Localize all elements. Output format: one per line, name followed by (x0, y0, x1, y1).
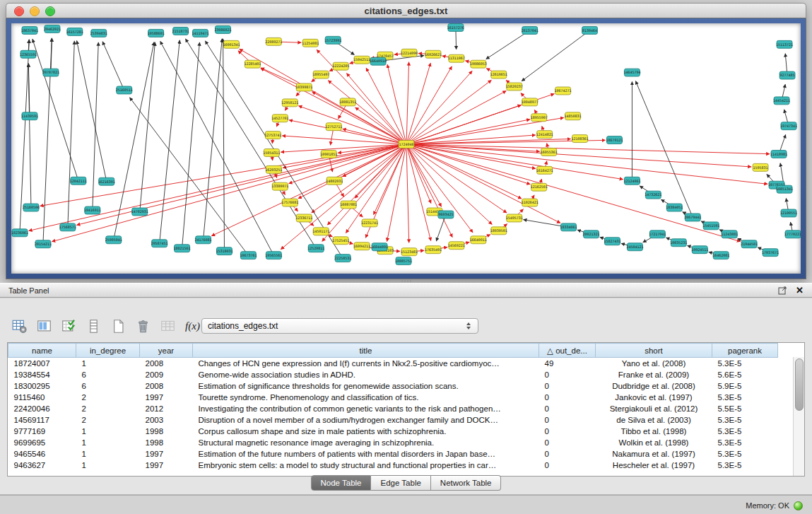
tab-edge-table[interactable]: Edge Table (371, 475, 430, 491)
graph-node[interactable]: 12752711 (325, 123, 342, 131)
graph-node[interactable]: 12414821 (536, 131, 553, 139)
graph-node[interactable]: 11311067 (448, 54, 465, 62)
graph-node[interactable]: 15820237 (506, 83, 523, 90)
graph-node[interactable]: 15495731 (506, 214, 523, 222)
graph-node[interactable]: 8130464 (582, 26, 598, 34)
graph-node[interactable]: 9277485 (779, 71, 795, 79)
graph-node[interactable]: 12108361 (572, 135, 589, 143)
table-select-dropdown[interactable]: citations_edges.txt (201, 318, 478, 334)
graph-node[interactable]: 20587451 (151, 240, 168, 247)
graph-node[interactable]: 25394831 (90, 29, 107, 37)
graph-node[interactable]: 16164271 (536, 166, 553, 174)
graph-node[interactable]: 19565561 (265, 252, 282, 259)
graph-node[interactable]: 25905041 (105, 236, 122, 244)
graph-node[interactable]: 14732621 (645, 191, 661, 199)
graph-node[interactable]: 16055361 (541, 148, 558, 156)
graph-node[interactable]: 26137041 (522, 26, 539, 34)
graph-node[interactable]: 16026621 (425, 50, 442, 58)
graph-node[interactable]: 18236061 (11, 229, 28, 237)
graph-node[interactable]: 12231741 (361, 219, 378, 227)
select-all-button[interactable] (59, 317, 78, 336)
graph-node[interactable]: 20021321 (583, 230, 600, 238)
graph-node[interactable]: 11026421 (522, 199, 539, 206)
graph-node[interactable]: 15723991 (324, 36, 341, 44)
graph-node[interactable]: 12520811 (307, 245, 324, 252)
graph-node[interactable]: 10674271 (555, 87, 572, 95)
graph-node[interactable]: 19086053 (470, 60, 487, 68)
table-row[interactable]: 1938455462009Genome-wide association stu… (8, 369, 778, 380)
table-row[interactable]: 977716911998Corpus callosum shape and si… (8, 426, 778, 437)
graph-node[interactable]: 14645794 (623, 69, 640, 76)
graph-node[interactable]: 16462081 (712, 252, 729, 259)
table-row[interactable]: 1456911722003Disruption of a novel membe… (8, 414, 778, 426)
graph-node[interactable]: 20462021 (44, 25, 61, 33)
graph-node[interactable]: 14702031 (131, 208, 148, 216)
panel-splitter-handle[interactable] (401, 279, 411, 282)
graph-node[interactable]: 11243881 (721, 230, 738, 238)
function-builder-button[interactable]: f(x) (183, 317, 202, 336)
graph-node[interactable]: 18334061 (560, 223, 577, 231)
graph-node[interactable]: 15042511 (353, 56, 370, 64)
column-header-in_degree[interactable]: in_degree (76, 344, 140, 358)
graph-node[interactable]: 17037671 (762, 249, 779, 257)
graph-node[interactable]: 12214090 (401, 49, 418, 57)
graph-node[interactable]: 16094211 (353, 243, 370, 250)
graph-node[interactable]: 14454211 (773, 97, 790, 105)
scrollbar-thumb[interactable] (795, 358, 804, 411)
graph-node[interactable]: 16216391 (98, 177, 115, 185)
graph-node[interactable]: 15451591 (702, 222, 719, 230)
graph-node[interactable]: 12285401 (244, 60, 261, 68)
column-header-year[interactable]: year (140, 344, 193, 358)
graph-node[interactable]: 10673761 (240, 252, 257, 259)
table-row[interactable]: 2242004622012Investigating the contribut… (8, 403, 778, 414)
graph-node[interactable]: 18637041 (21, 26, 38, 34)
graph-node[interactable]: 12100551 (780, 209, 797, 217)
graph-node[interactable]: 16087081 (340, 201, 357, 209)
graph-node[interactable]: 13380071 (271, 182, 288, 190)
graph-node[interactable]: 10835231 (670, 239, 687, 247)
graph-node[interactable]: 17576681 (281, 199, 298, 206)
table-row[interactable]: 969969511998Structural magnetic resonanc… (8, 437, 778, 448)
graph-node[interactable]: 16157276 (447, 23, 464, 31)
column-header-name[interactable]: name (8, 344, 76, 358)
close-panel-icon[interactable]: ✕ (796, 285, 804, 296)
float-panel-icon[interactable] (778, 286, 787, 295)
show-rows-button[interactable] (84, 317, 103, 336)
window-titlebar[interactable]: citations_edges.txt (6, 3, 806, 18)
column-header-short[interactable]: short (596, 344, 712, 358)
graph-node[interactable]: 16640910 (370, 57, 387, 65)
graph-node[interactable]: 17635491 (425, 246, 442, 254)
graph-node[interactable]: 20154211 (35, 240, 52, 248)
graph-node[interactable]: 18955907 (531, 114, 548, 122)
graph-node[interactable]: 15113721 (776, 40, 793, 48)
graph-node[interactable]: 10399871 (295, 83, 312, 91)
graph-node[interactable]: 15123481 (401, 248, 418, 256)
graph-node[interactable]: 19416911 (84, 206, 101, 214)
graph-node[interactable]: 22258531 (334, 255, 351, 262)
graph-node[interactable]: 21944501 (741, 240, 758, 248)
graph-node[interactable]: 10901851 (320, 150, 337, 158)
graph-node[interactable]: 18081351 (339, 98, 356, 106)
graph-node[interactable]: 14569221 (448, 242, 465, 250)
graph-node[interactable]: 15318031 (216, 247, 233, 255)
graph-node[interactable]: 11418981 (770, 150, 787, 158)
graph-node[interactable]: 16844091 (371, 243, 388, 251)
graph-node[interactable]: 12753741 (264, 132, 281, 139)
graph-node[interactable]: 23086021 (214, 25, 231, 33)
graph-node[interactable]: 12224205 (332, 62, 349, 70)
graph-node[interactable]: 1595831 (753, 163, 768, 171)
graph-node[interactable]: 17217941 (649, 230, 666, 238)
graph-node[interactable]: 18030501 (490, 227, 507, 235)
graph-node[interactable]: 11254081 (302, 39, 319, 47)
graph-node[interactable]: 16203251 (265, 165, 282, 173)
column-header-title[interactable]: title (193, 344, 539, 358)
graph-node[interactable]: 14501171 (312, 228, 329, 235)
graph-node[interactable]: 18679121 (606, 136, 623, 144)
column-header-pagerank[interactable]: pagerank (712, 344, 778, 358)
table-row[interactable]: 946554611997Estimation of the future num… (8, 448, 778, 460)
table-row[interactable]: 911546021997Tourette syndrome. Phenomeno… (8, 392, 778, 403)
graph-node[interactable]: 20679441 (684, 214, 701, 221)
graph-node[interactable]: 25160511 (116, 86, 133, 94)
graph-node[interactable]: 14802031 (326, 177, 343, 185)
graph-node[interactable]: 12365591 (20, 50, 37, 58)
